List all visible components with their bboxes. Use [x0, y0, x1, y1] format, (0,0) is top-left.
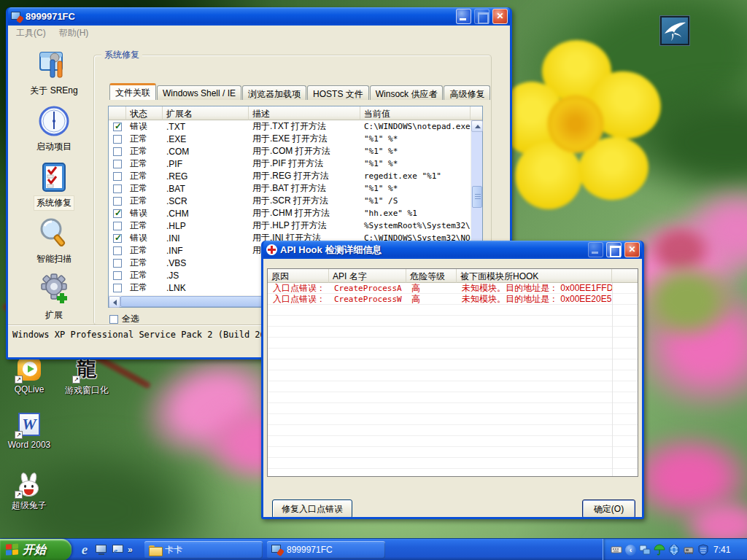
cell-ext: .HLP [163, 221, 249, 231]
desktop-icon-word-2003[interactable]: W ↗ Word 2003 [1, 413, 57, 450]
tab-winsock-providers[interactable]: Winsock 供应者 [370, 85, 444, 100]
sidebar-item-smart-scan[interactable]: 智能扫描 [14, 217, 94, 266]
row-checkbox[interactable] [113, 234, 122, 243]
menu-tools[interactable]: 工具(C) [9, 26, 53, 41]
row-checkbox[interactable] [113, 172, 122, 181]
dialog-titlebar[interactable]: API Hook 检测详细信息 [263, 241, 642, 259]
select-all-checkbox[interactable] [109, 315, 118, 324]
sidebar-item-system-repair[interactable]: 系统修复 [14, 160, 94, 210]
row-checkbox[interactable] [113, 184, 122, 193]
api-hook-table: 原因 API 名字 危险等级 被下面模块所HOOK 入口点错误： CreateP… [267, 268, 638, 477]
ie-icon[interactable]: e [77, 542, 92, 557]
ie-window-icon[interactable]: e [111, 542, 125, 557]
desktop-icon-label: 游戏窗口化 [55, 384, 118, 397]
table-row[interactable]: 正常.SCR用于.SCR 打开方法"%1" /S [109, 195, 471, 207]
sidebar-label: 关于 SREng [28, 84, 80, 98]
taskbar-button-sreng[interactable]: 8999971FC [267, 541, 385, 559]
row-checkbox[interactable] [113, 160, 122, 168]
header-desc[interactable]: 描述 [249, 106, 360, 120]
desktop-icon-qqlive[interactable]: ↗ QQLive [1, 357, 57, 394]
table-row[interactable]: 正常.HLP用于.HLP 打开方法%SystemRoot%\System32\ [109, 219, 471, 232]
close-button[interactable] [492, 9, 508, 24]
header-checkbox-col[interactable] [109, 106, 126, 120]
row-checkbox[interactable] [113, 135, 122, 144]
menu-help[interactable]: 帮助(H) [53, 26, 96, 41]
tab-browser-addons[interactable]: 浏览器加载项 [242, 85, 306, 100]
row-checkbox[interactable] [113, 122, 122, 131]
umbrella-antivirus-icon[interactable] [654, 544, 665, 556]
row-checkbox[interactable] [113, 222, 122, 230]
minimize-button[interactable] [456, 9, 471, 24]
start-label: 开始 [23, 542, 46, 558]
header-api-name[interactable]: API 名字 [329, 269, 406, 283]
sidebar-label-active: 系统修复 [34, 196, 74, 210]
hook-row[interactable]: 入口点错误： CreateProcessW 高 未知模块。目的地址是： 0x00… [268, 294, 638, 305]
row-checkbox[interactable] [113, 259, 122, 268]
select-all-control[interactable]: 全选 [109, 313, 139, 325]
keyboard-icon[interactable] [611, 544, 622, 556]
table-row[interactable]: 正常.REG用于.REG 打开方法regedit.exe "%1" [109, 170, 471, 182]
firewall-shield-icon[interactable] [697, 544, 709, 556]
desktop-icon-super-rabbit[interactable]: ↗ 超级兔子 [1, 472, 57, 512]
tab-windows-shell-ie[interactable]: Windows Shell / IE [157, 85, 241, 100]
header-reason[interactable]: 原因 [268, 269, 329, 283]
cell-ext: .JS [163, 271, 249, 281]
taskbar-button-kaka[interactable]: 卡卡 [144, 541, 263, 559]
show-desktop-icon[interactable] [94, 542, 109, 557]
cell-ext: .REG [163, 171, 249, 182]
cell-desc: 用于.COM 打开方法 [249, 145, 360, 158]
sidebar-item-extensions[interactable]: 扩展 [14, 273, 94, 322]
header-ext[interactable]: 扩展名 [163, 106, 249, 120]
scroll-left-button[interactable] [109, 296, 120, 308]
cell-ext: .PIF [163, 159, 249, 169]
tab-advanced-repair[interactable]: 高级修复 [444, 85, 490, 100]
hide-icons-chevron[interactable]: ‹ [625, 545, 636, 556]
row-checkbox[interactable] [113, 209, 122, 218]
row-checkbox[interactable] [113, 246, 122, 255]
sidebar-item-about-sreng[interactable]: 关于 SREng [14, 48, 94, 98]
cell-ext: .INF [163, 246, 249, 256]
row-checkbox[interactable] [113, 284, 122, 292]
memory-chip-icon[interactable] [683, 544, 694, 556]
scroll-thumb[interactable] [472, 186, 482, 208]
row-checkbox[interactable] [113, 147, 122, 156]
first-aid-cross-icon [266, 244, 277, 255]
network-icon[interactable] [639, 544, 651, 556]
cell-desc: 用于.TXT 打开方法 [249, 120, 360, 133]
globe-monitor-icon[interactable] [668, 544, 680, 556]
table-row[interactable]: 正常.COM用于.COM 打开方法"%1" %* [109, 145, 471, 158]
fix-entry-point-button[interactable]: 修复入口点错误 [272, 499, 352, 517]
table-row[interactable]: 正常.EXE用于.EXE 打开方法"%1" %* [109, 133, 471, 145]
chevron-more-icon[interactable]: » [128, 545, 133, 555]
row-checkbox[interactable] [113, 271, 122, 280]
table-row[interactable]: 错误.TXT用于.TXT 打开方法C:\WINDOWS\notepad.exe [109, 120, 471, 133]
table-row[interactable]: 正常.BAT用于.BAT 打开方法"%1" %* [109, 182, 471, 195]
row-checkbox[interactable] [113, 197, 122, 206]
sidebar-item-startup-items[interactable]: 启动项目 [14, 104, 94, 154]
cell-value: regedit.exe "%1" [360, 171, 471, 181]
clock-time[interactable]: 7:41 [713, 545, 730, 555]
scroll-up-button[interactable] [471, 120, 483, 132]
header-risk-level[interactable]: 危险等级 [406, 269, 457, 283]
table-row[interactable]: 正常.PIF用于.PIF 打开方法"%1" %* [109, 158, 471, 170]
swallow-bird-icon[interactable] [660, 16, 689, 45]
maximize-button[interactable] [606, 242, 622, 257]
header-value[interactable]: 当前值 [360, 106, 471, 120]
ok-button[interactable]: 确定(O) [582, 499, 635, 517]
table-row[interactable]: 错误.CHM用于.CHM 打开方法"hh.exe" %1 [109, 207, 471, 219]
sreng-app-icon [11, 11, 23, 23]
folder-icon [149, 545, 161, 555]
start-button[interactable]: 开始 [0, 539, 71, 560]
main-titlebar[interactable]: 8999971FC [8, 7, 510, 26]
tab-file-association[interactable]: 文件关联 [109, 83, 156, 100]
close-button[interactable] [624, 242, 640, 257]
header-hooked-by[interactable]: 被下面模块所HOOK [457, 269, 612, 283]
sidebar-label: 启动项目 [34, 140, 74, 154]
tab-hosts-file[interactable]: HOSTS 文件 [307, 85, 369, 100]
cell-ext: .LNK [163, 283, 249, 293]
desktop-icon-game-windowizer[interactable]: 龍 ↗ 游戏窗口化 [55, 357, 118, 397]
header-status[interactable]: 状态 [126, 106, 163, 120]
hook-row[interactable]: 入口点错误： CreateProcessA 高 未知模块。目的地址是： 0x00… [268, 283, 638, 294]
dialog-title: API Hook 检测详细信息 [280, 244, 585, 257]
sreng-app-icon [271, 544, 283, 556]
